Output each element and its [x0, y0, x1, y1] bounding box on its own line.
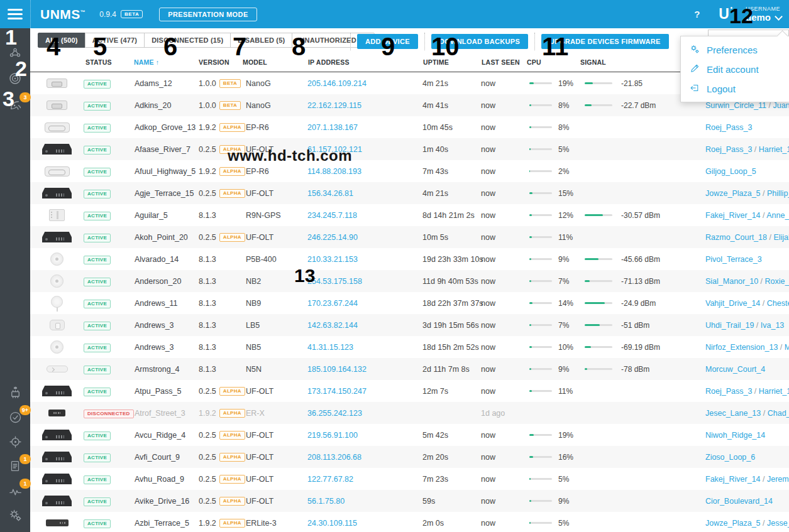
- ip-address-link[interactable]: 24.30.109.115: [307, 519, 357, 528]
- presentation-mode-button[interactable]: PRESENTATION MODE: [159, 8, 257, 21]
- tab-active-477[interactable]: ACTIVE (477): [85, 33, 145, 48]
- device-name[interactable]: Akoh_Point_20: [132, 233, 197, 242]
- site-link[interactable]: Vahjit_Drive_14: [705, 299, 760, 308]
- table-row[interactable]: ACTIVEAlvarado_148.1.3P5B-400210.33.21.1…: [30, 248, 789, 270]
- site-link[interactable]: Morcuw_Court_4: [705, 365, 765, 374]
- device-name[interactable]: Azbi_Terrace_5: [132, 519, 197, 528]
- table-row[interactable]: ACTIVEAdkop_Grove_131.9.2ALPHAEP-R6207.1…: [30, 116, 789, 138]
- ip-address-link[interactable]: 36.255.242.123: [307, 409, 362, 418]
- ip-address-link[interactable]: 219.56.91.100: [307, 431, 358, 440]
- client-site-link[interactable]: Jeremiah_9: [767, 475, 789, 484]
- table-row[interactable]: ACTIVEAkoh_Point_200.2.5ALPHAUF-OLT246.2…: [30, 226, 789, 248]
- table-row[interactable]: DISCONNECTEDAtrof_Street_31.9.2ALPHAER-X…: [30, 402, 789, 424]
- column-header-uptime[interactable]: UPTIME: [421, 58, 480, 66]
- ip-address-link[interactable]: 205.146.109.214: [307, 79, 367, 88]
- device-name[interactable]: Anderson_20: [132, 277, 197, 286]
- device-name[interactable]: Alvarado_14: [132, 255, 197, 264]
- device-name[interactable]: Afuul_Highway_5: [132, 167, 197, 176]
- sidebar-item-logs[interactable]: 1: [7, 459, 23, 475]
- upgrade-devices-firmware-button[interactable]: UPGRADE DEVICES FIRMWARE: [541, 34, 669, 49]
- sidebar-item-tasks[interactable]: 9+: [7, 410, 23, 426]
- client-site-link[interactable]: Elijah_18: [773, 233, 789, 242]
- sidebar-item-discovery[interactable]: [7, 435, 23, 451]
- ip-address-link[interactable]: 22.162.129.115: [307, 101, 361, 110]
- tab-disabled-5[interactable]: DISABLED (5): [230, 33, 292, 48]
- site-link[interactable]: Jowze_Plaza_5: [705, 519, 761, 528]
- download-backups-button[interactable]: DOWNLOAD BACKUPS: [431, 34, 528, 49]
- table-row[interactable]: ACTIVEAfuul_Highway_51.9.2ALPHAEP-R6114.…: [30, 160, 789, 182]
- sidebar-item-sites[interactable]: [7, 46, 23, 62]
- site-link[interactable]: Pivol_Terrace_3: [705, 255, 762, 264]
- hamburger-menu-icon[interactable]: [0, 9, 30, 19]
- column-header-cpu[interactable]: CPU: [525, 58, 578, 66]
- table-row[interactable]: ACTIVEAgje_Terrace_150.2.5ALPHAUF-OLT156…: [30, 182, 789, 204]
- sidebar-item-outages[interactable]: 1: [7, 484, 23, 500]
- table-row[interactable]: ACTIVEAvfi_Court_90.2.5ALPHAUF-OLT208.11…: [30, 446, 789, 468]
- tab-disconnected-15[interactable]: DISCONNECTED (15): [144, 33, 231, 48]
- site-link[interactable]: Niwoh_Ridge_14: [705, 431, 765, 440]
- site-link[interactable]: Fakej_River_14: [705, 475, 761, 484]
- table-row[interactable]: ACTIVEAdams_121.0.0BETANanoG205.146.109.…: [30, 72, 789, 94]
- client-site-link[interactable]: Manu: [785, 343, 789, 352]
- device-name[interactable]: Armstrong_4: [132, 365, 197, 374]
- ip-address-link[interactable]: 208.113.206.68: [307, 453, 361, 462]
- site-link[interactable]: Razmo_Court_18: [705, 233, 767, 242]
- menu-item-edit-account[interactable]: Edit account: [681, 60, 789, 79]
- menu-item-preferences[interactable]: Preferences: [681, 40, 789, 60]
- table-row[interactable]: ACTIVEAvcu_Ridge_40.2.5ALPHAUF-OLT219.56…: [30, 424, 789, 446]
- ip-address-link[interactable]: 41.31.15.123: [307, 343, 353, 352]
- sidebar-item-firmware[interactable]: [7, 386, 23, 402]
- client-site-link[interactable]: Phillip_16: [767, 189, 789, 198]
- device-name[interactable]: Avcu_Ridge_4: [132, 431, 197, 440]
- site-link[interactable]: Roej_Pass_3: [705, 387, 752, 396]
- table-row[interactable]: ACTIVEAdkins_201.0.0BETANanoG22.162.129.…: [30, 94, 789, 116]
- site-link[interactable]: Jesec_Lane_13: [705, 409, 761, 418]
- device-name[interactable]: Andrews_11: [132, 299, 197, 308]
- ip-address-link[interactable]: 254.53.175.158: [307, 277, 362, 286]
- site-link[interactable]: Nirfoz_Extension_13: [705, 343, 778, 352]
- menu-item-logout[interactable]: Logout: [681, 79, 789, 99]
- site-link[interactable]: Cior_Boulevard_14: [705, 497, 773, 506]
- help-icon[interactable]: ?: [694, 9, 700, 19]
- client-site-link[interactable]: Iva_13: [761, 321, 785, 330]
- device-name[interactable]: Avhu_Road_9: [132, 475, 197, 484]
- device-name[interactable]: Andrews_3: [132, 321, 197, 330]
- ip-address-link[interactable]: 170.23.67.244: [307, 299, 358, 308]
- table-row[interactable]: ACTIVEAvhu_Road_90.2.5ALPHAUF-OLT122.77.…: [30, 468, 789, 490]
- device-name[interactable]: Avfi_Court_9: [132, 453, 197, 462]
- ip-address-link[interactable]: 122.77.67.82: [307, 475, 353, 484]
- client-site-link[interactable]: Harriet_19: [759, 387, 789, 396]
- table-row[interactable]: ACTIVEAguilar_58.1.3R9N-GPS234.245.7.118…: [30, 204, 789, 226]
- device-name[interactable]: Avike_Drive_16: [132, 497, 197, 506]
- site-link[interactable]: Jowze_Plaza_5: [705, 189, 761, 198]
- device-name[interactable]: Andrews_3: [132, 343, 197, 352]
- column-header-model[interactable]: MODEL: [241, 58, 306, 66]
- column-header-last-seen[interactable]: LAST SEEN: [480, 58, 525, 66]
- client-site-link[interactable]: Chester_5: [767, 299, 789, 308]
- client-site-link[interactable]: Chad_13: [768, 409, 789, 418]
- sidebar-item-antenna[interactable]: 3: [7, 97, 23, 114]
- ip-address-link[interactable]: 114.88.208.193: [307, 167, 361, 176]
- client-site-link[interactable]: Jesse_18: [767, 519, 789, 528]
- device-name[interactable]: Aguilar_5: [132, 211, 197, 220]
- client-site-link[interactable]: Anne_13: [766, 211, 789, 220]
- site-link[interactable]: Giljog_Loop_5: [705, 167, 756, 176]
- table-row[interactable]: ACTIVEArmstrong_48.1.3N5N185.109.164.132…: [30, 358, 789, 380]
- table-row[interactable]: ACTIVEAzbi_Terrace_51.9.2ALPHAERLite-324…: [30, 512, 789, 532]
- table-row[interactable]: ACTIVEAtpu_Pass_50.2.5ALPHAUF-OLT173.174…: [30, 380, 789, 402]
- add-device-button[interactable]: ADD DEVICE: [357, 34, 418, 49]
- column-header-name[interactable]: NAME ↑: [132, 58, 197, 66]
- sidebar-item-devices[interactable]: [7, 72, 23, 88]
- ip-address-link[interactable]: 207.1.138.167: [307, 123, 358, 132]
- site-link[interactable]: Roej_Pass_3: [705, 145, 752, 154]
- ip-address-link[interactable]: 156.34.26.81: [307, 189, 353, 198]
- ip-address-link[interactable]: 210.33.21.153: [307, 255, 358, 264]
- client-site-link[interactable]: Harriet_19: [759, 145, 789, 154]
- site-link[interactable]: Roej_Pass_3: [705, 123, 752, 132]
- ip-address-link[interactable]: 234.245.7.118: [307, 211, 357, 220]
- column-header-ip-address[interactable]: IP ADDRESS: [306, 58, 421, 66]
- table-row[interactable]: ACTIVEAndrews_38.1.3LB5142.63.82.1443d 1…: [30, 314, 789, 336]
- site-link[interactable]: Fakej_River_14: [705, 211, 761, 220]
- site-link[interactable]: Zioso_Loop_6: [705, 453, 755, 462]
- device-name[interactable]: Afaase_River_7: [132, 145, 197, 154]
